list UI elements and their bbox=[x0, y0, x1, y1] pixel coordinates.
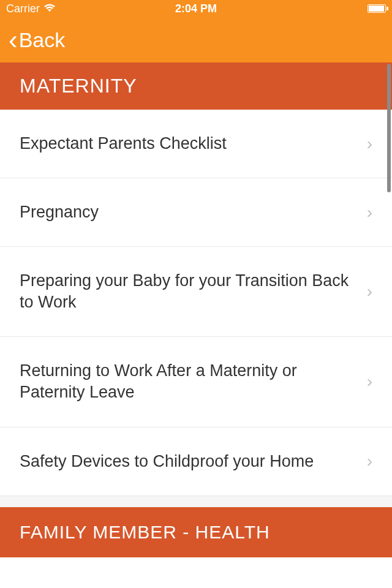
section-gap bbox=[0, 496, 392, 507]
chevron-right-icon: › bbox=[367, 282, 372, 301]
status-right bbox=[368, 4, 386, 13]
section-header-maternity: MATERNITY bbox=[0, 62, 392, 110]
list-item[interactable]: Expectant Parents Checklist › bbox=[0, 110, 392, 178]
list-item-label: Pregnancy bbox=[20, 202, 367, 223]
chevron-right-icon: › bbox=[367, 203, 372, 222]
section-header-family: FAMILY MEMBER - HEALTH bbox=[0, 507, 392, 557]
list-item-label: Expectant Parents Checklist bbox=[20, 133, 367, 154]
list-item[interactable]: Safety Devices to Childproof your Home › bbox=[0, 428, 392, 496]
nav-bar: ‹ Back bbox=[0, 17, 392, 62]
scrollbar[interactable] bbox=[387, 64, 391, 192]
status-time: 2:04 PM bbox=[175, 2, 217, 15]
list-item[interactable]: Pregnancy › bbox=[0, 178, 392, 247]
battery-icon bbox=[368, 4, 386, 13]
list-item-label: Safety Devices to Childproof your Home bbox=[20, 451, 367, 472]
chevron-right-icon: › bbox=[367, 451, 372, 471]
chevron-left-icon: ‹ bbox=[9, 26, 18, 53]
list-item-label: Returning to Work After a Maternity or P… bbox=[20, 360, 367, 403]
list-item-label: Preparing your Baby for your Transition … bbox=[20, 270, 367, 313]
carrier-label: Carrier bbox=[6, 2, 40, 15]
list-item[interactable]: Returning to Work After a Maternity or P… bbox=[0, 337, 392, 427]
chevron-right-icon: › bbox=[367, 372, 372, 391]
status-bar: Carrier 2:04 PM bbox=[0, 0, 392, 17]
list-item[interactable]: Preparing your Baby for your Transition … bbox=[0, 247, 392, 337]
status-left: Carrier bbox=[6, 2, 56, 15]
back-button[interactable]: ‹ Back bbox=[9, 26, 65, 53]
chevron-right-icon: › bbox=[367, 134, 372, 154]
back-label: Back bbox=[19, 28, 66, 52]
wifi-icon bbox=[43, 2, 56, 15]
bottom-strip bbox=[0, 557, 392, 570]
